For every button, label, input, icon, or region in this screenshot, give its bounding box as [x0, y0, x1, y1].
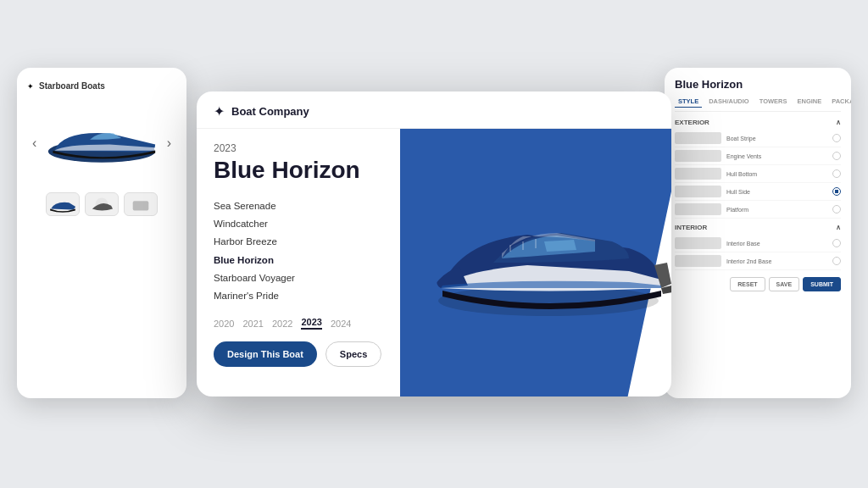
design-boat-button[interactable]: Design This Boat — [214, 341, 317, 367]
radio-interior-base[interactable] — [832, 239, 841, 247]
main-card: ✦ Boat Company 2023 Blue Horizon Sea Ser… — [197, 92, 671, 396]
year-2020[interactable]: 2020 — [214, 319, 234, 329]
brand-name: Boat Company — [231, 105, 309, 118]
option-label-engine-vents: Engine Vents — [726, 153, 832, 159]
option-label-hull-side: Hull Side — [726, 189, 832, 195]
left-thumbnails — [27, 192, 176, 216]
option-label-platform: Platform — [726, 207, 832, 213]
option-interior-2nd: Interior 2nd Base — [675, 252, 841, 270]
option-label-interior-base: Interior Base — [726, 241, 832, 247]
card-right-visual — [400, 129, 671, 396]
year-2024[interactable]: 2024 — [331, 319, 351, 329]
year-2023[interactable]: 2023 — [301, 317, 321, 330]
left-panel-header: ✦ Starboard Boats — [27, 81, 176, 91]
left-boat-image — [38, 116, 165, 171]
main-boat-svg — [426, 186, 671, 339]
tab-style[interactable]: Style — [675, 96, 702, 108]
option-hull-side: Hull Side — [675, 183, 841, 201]
right-tabs: Style Dash/Audio Towers Engine Packages — [675, 96, 841, 112]
option-label-hull-bottom: Hull Bottom — [726, 171, 832, 177]
interior-section-header: INTERIOR ∧ — [675, 224, 841, 231]
radio-boat-stripe[interactable] — [832, 134, 841, 142]
list-item-starboard-voyager[interactable]: Starboard Voyager — [214, 269, 400, 287]
radio-platform[interactable] — [832, 205, 841, 214]
option-img-interior-2nd — [675, 255, 721, 267]
year-2022[interactable]: 2022 — [272, 319, 292, 329]
option-interior-base: Interior Base — [675, 235, 841, 252]
radio-interior-2nd[interactable] — [832, 257, 841, 265]
option-img-interior-base — [675, 237, 721, 249]
submit-button[interactable]: Submit — [803, 277, 841, 291]
tab-packages[interactable]: Packages — [828, 96, 851, 108]
option-img-hull-side — [675, 186, 721, 197]
list-item-harbor-breeze[interactable]: Harbor Breeze — [214, 233, 400, 251]
list-item-sea-serenade[interactable]: Sea Serenade — [214, 197, 400, 215]
card-body: 2023 Blue Horizon Sea Serenade Windcatch… — [197, 129, 671, 396]
left-arrow-button[interactable]: ‹ — [32, 136, 36, 151]
list-item-blue-horizon[interactable]: Blue Horizon — [214, 252, 400, 269]
right-panel: Blue Horizon Style Dash/Audio Towers Eng… — [665, 68, 851, 398]
diamond-icon: ✦ — [27, 82, 34, 91]
list-item-mariners-pride[interactable]: Mariner's Pride — [214, 287, 400, 305]
radio-hull-side[interactable] — [832, 187, 841, 196]
right-arrow-button[interactable]: › — [167, 136, 171, 151]
right-panel-title: Blue Horizon — [675, 78, 841, 91]
left-panel: ✦ Starboard Boats ‹ › — [17, 68, 186, 398]
option-img-hull-bottom — [675, 168, 721, 180]
card-left-content: 2023 Blue Horizon Sea Serenade Windcatch… — [197, 129, 417, 396]
list-item-windcatcher[interactable]: Windcatcher — [214, 215, 400, 233]
option-hull-bottom: Hull Bottom — [675, 165, 841, 183]
card-header: ✦ Boat Company — [197, 92, 671, 129]
year-navigation: 2020 2021 2022 2023 2024 — [214, 317, 400, 330]
card-actions: Design This Boat Specs — [214, 341, 400, 367]
option-img-platform — [675, 203, 721, 215]
radio-engine-vents[interactable] — [832, 152, 841, 160]
boat-list: Sea Serenade Windcatcher Harbor Breeze B… — [214, 197, 400, 306]
tab-engine[interactable]: Engine — [793, 96, 825, 108]
boat-image-container — [426, 186, 671, 339]
left-panel-title: Starboard Boats — [39, 81, 105, 91]
option-engine-vents: Engine Vents — [675, 147, 841, 165]
specs-button[interactable]: Specs — [326, 341, 381, 367]
option-boat-stripe: Boat Stripe — [675, 130, 841, 147]
svg-rect-2 — [133, 201, 149, 210]
right-panel-actions: Reset Save Submit — [675, 277, 841, 291]
left-boat-area: ‹ › — [27, 101, 176, 186]
boat-title: Blue Horizon — [214, 158, 400, 184]
option-label-boat-stripe: Boat Stripe — [726, 136, 832, 141]
thumbnail-1[interactable] — [46, 192, 80, 216]
option-img-engine-vents — [675, 150, 721, 162]
option-label-interior-2nd: Interior 2nd Base — [726, 258, 832, 264]
radio-hull-bottom[interactable] — [832, 169, 841, 178]
reset-button[interactable]: Reset — [730, 277, 765, 291]
thumbnail-3[interactable] — [124, 192, 158, 216]
tab-towers[interactable]: Towers — [756, 96, 791, 108]
year-2021[interactable]: 2021 — [242, 319, 263, 329]
save-button[interactable]: Save — [769, 277, 800, 291]
year-label: 2023 — [214, 142, 400, 154]
option-img-boat-stripe — [675, 132, 721, 144]
tab-dash[interactable]: Dash/Audio — [705, 96, 753, 108]
exterior-collapse-icon[interactable]: ∧ — [836, 119, 841, 126]
option-platform: Platform — [675, 201, 841, 219]
thumbnail-2[interactable] — [85, 192, 119, 216]
exterior-section-header: EXTERIOR ∧ — [675, 119, 841, 126]
interior-collapse-icon[interactable]: ∧ — [836, 224, 841, 231]
brand-logo-icon: ✦ — [214, 103, 225, 119]
